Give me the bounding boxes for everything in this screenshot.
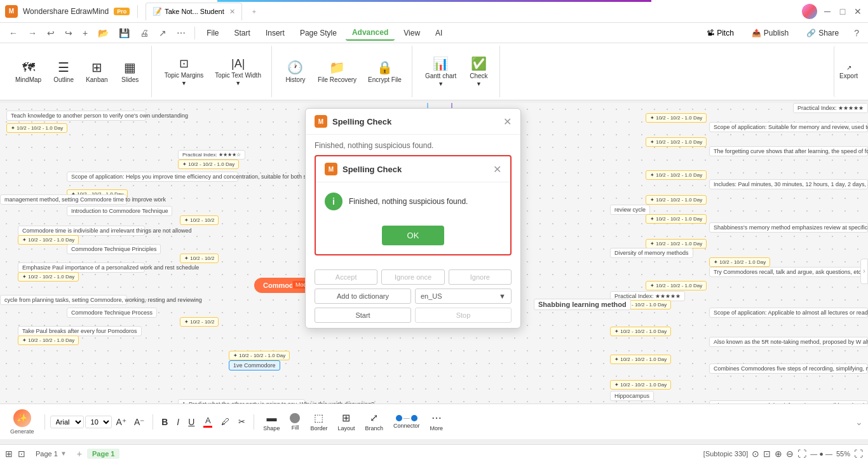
mm-diversity: Diversity of memory methods	[610, 248, 693, 258]
file-recovery-btn[interactable]: 📁 File Recovery	[313, 53, 362, 91]
open-btn[interactable]: 📂	[94, 26, 112, 40]
mm-management: management method, setting Commodore tim…	[0, 194, 127, 205]
font-size-decrease[interactable]: A⁻	[131, 415, 147, 429]
encrypt-file-btn[interactable]: 🔒 Encrypt File	[363, 53, 407, 91]
outline-btn[interactable]: ☰ Outline	[48, 53, 79, 91]
fill-btn[interactable]: Fill	[286, 412, 304, 432]
check-btn[interactable]: ✅ Check ▼	[463, 53, 494, 91]
close-btn[interactable]: ✕	[853, 6, 863, 17]
bold-btn[interactable]: B	[158, 415, 171, 429]
border-icon: ⬚	[314, 412, 323, 424]
more-icon: ⋯	[431, 412, 442, 424]
menu-file[interactable]: File	[200, 26, 225, 40]
menu-page-style[interactable]: Page Style	[294, 26, 343, 40]
tab-take-notes[interactable]: 📝 Take Not... Student ✕	[146, 3, 242, 20]
topic-text-width-chevron[interactable]: ▼	[235, 80, 241, 86]
tab-divider	[137, 5, 138, 18]
dialog-inner-title: Spelling Check	[342, 165, 488, 174]
page-inactive-tab[interactable]: Page 1 ▼	[31, 449, 72, 459]
kanban-label: Kanban	[86, 76, 107, 83]
slides-btn[interactable]: ▦ Slides	[114, 53, 146, 91]
actual-size-btn[interactable]: ⊡	[763, 449, 771, 459]
layout-btn[interactable]: ⊞ Layout	[334, 411, 358, 433]
share-icon: 🔗	[806, 29, 816, 37]
lang-select[interactable]: en_US ▼	[415, 289, 512, 304]
menu-start[interactable]: Start	[228, 26, 257, 40]
maximize-btn[interactable]: □	[837, 6, 848, 17]
italic-btn[interactable]: I	[173, 415, 182, 429]
dict-row: Add to dictionary en_US ▼	[315, 289, 512, 304]
menu-view[interactable]: View	[397, 26, 426, 40]
sidebar-toggle[interactable]: ⊡	[18, 449, 25, 459]
collapse-handle[interactable]: ›	[860, 259, 868, 284]
tab-close[interactable]: ✕	[229, 8, 235, 16]
check-chevron[interactable]: ▼	[476, 81, 482, 87]
publish-btn[interactable]: 📤 Publish	[745, 26, 795, 40]
mm-also-tag: ✦ 10/2 - 10/2 - 1.0 Day	[610, 355, 671, 364]
zoom-out-btn[interactable]: ⊖	[786, 449, 794, 459]
border-btn[interactable]: ⬚ Border	[306, 411, 331, 433]
font-size-increase[interactable]: A⁺	[113, 415, 130, 429]
topic-margins-btn[interactable]: ⊡ Topic Margins ▼	[159, 54, 209, 89]
save-btn[interactable]: 💾	[115, 26, 133, 40]
stop-btn[interactable]: Stop	[415, 308, 512, 323]
history-icon: 🕐	[287, 60, 303, 75]
gantt-chart-btn[interactable]: 📊 Gantt chart ▼	[420, 53, 461, 91]
export-btn[interactable]: ↗ Export	[834, 46, 863, 97]
highlight-btn[interactable]: 🖊	[218, 415, 233, 428]
minimize-btn[interactable]: ─	[822, 6, 832, 17]
add-page-btn[interactable]: +	[77, 449, 82, 459]
history-btn[interactable]: 🕐 History	[280, 53, 311, 91]
zoom-slider[interactable]: — ● —	[810, 450, 832, 458]
accept-btn[interactable]: Accept	[315, 269, 377, 285]
menu-insert[interactable]: Insert	[259, 26, 291, 40]
topic-margins-chevron[interactable]: ▼	[181, 80, 187, 86]
grid-view-icon[interactable]: ⊞	[5, 449, 13, 459]
export-quick-btn[interactable]: ↗	[155, 26, 170, 40]
print-btn[interactable]: 🖨	[136, 26, 153, 40]
ribbon-history-group: 🕐 History 📁 File Recovery 🔒 Encrypt File	[275, 46, 412, 97]
topic-text-width-btn[interactable]: |A| Topic Text Width ▼	[210, 55, 266, 89]
ignore-btn[interactable]: Ignore	[449, 269, 512, 285]
more-btn[interactable]: ⋯ More	[426, 411, 447, 433]
generate-label[interactable]: Generate	[10, 428, 34, 435]
help-btn[interactable]: ?	[850, 26, 863, 40]
add-tab-btn[interactable]: +	[247, 3, 261, 20]
ignore-once-btn[interactable]: Ignore once	[381, 269, 444, 285]
dialog-outer-close[interactable]: ✕	[503, 116, 512, 128]
fullscreen-btn[interactable]: ⛶	[797, 449, 806, 459]
connector-btn[interactable]: — Connector	[390, 413, 424, 430]
menu-ai[interactable]: AI	[429, 26, 449, 40]
more-options-btn[interactable]: ⋯	[173, 26, 189, 40]
user-avatar[interactable]	[802, 4, 817, 19]
pitch-btn[interactable]: 📽 Pitch	[700, 26, 740, 40]
page-dropdown[interactable]: ▼	[60, 450, 67, 457]
forward-btn[interactable]: →	[24, 26, 41, 40]
undo-btn[interactable]: ↩	[43, 26, 58, 40]
eraser-btn[interactable]: ✂	[235, 415, 248, 428]
add-to-dict-btn[interactable]: Add to dictionary	[315, 289, 411, 304]
start-btn[interactable]: Start	[315, 308, 411, 323]
share-btn[interactable]: 🔗 Share	[800, 26, 845, 40]
gantt-chart-chevron[interactable]: ▼	[438, 81, 444, 87]
toolbar-collapse-btn[interactable]: ⌄	[855, 417, 863, 427]
floating-toolbar: ✨ Generate Arial 10 A⁺ A⁻ B I U A	[0, 404, 868, 439]
kanban-btn[interactable]: ⊞ Kanban	[81, 53, 112, 91]
branch-btn[interactable]: ⤢ Branch	[361, 411, 387, 433]
redo-btn[interactable]: ↪	[61, 26, 76, 40]
dialog-inner-close[interactable]: ✕	[493, 163, 501, 175]
expand-btn[interactable]: ⛶	[854, 449, 863, 459]
font-family-select[interactable]: Arial	[50, 416, 84, 428]
page-active-tab[interactable]: Page 1	[87, 449, 119, 459]
shape-btn[interactable]: ▬ Shape	[259, 411, 283, 433]
menu-advanced[interactable]: Advanced	[346, 25, 395, 41]
font-size-select[interactable]: 10	[85, 416, 112, 428]
zoom-in-btn[interactable]: ⊕	[775, 449, 782, 459]
underline-btn[interactable]: U	[185, 415, 198, 429]
new-btn[interactable]: +	[79, 26, 92, 40]
back-btn[interactable]: ←	[5, 26, 22, 40]
mindmap-btn[interactable]: 🗺 MindMap	[10, 53, 46, 91]
fit-view-btn[interactable]: ⊙	[752, 449, 759, 459]
font-color-btn[interactable]: A	[200, 414, 215, 430]
ok-btn[interactable]: OK	[382, 226, 445, 245]
